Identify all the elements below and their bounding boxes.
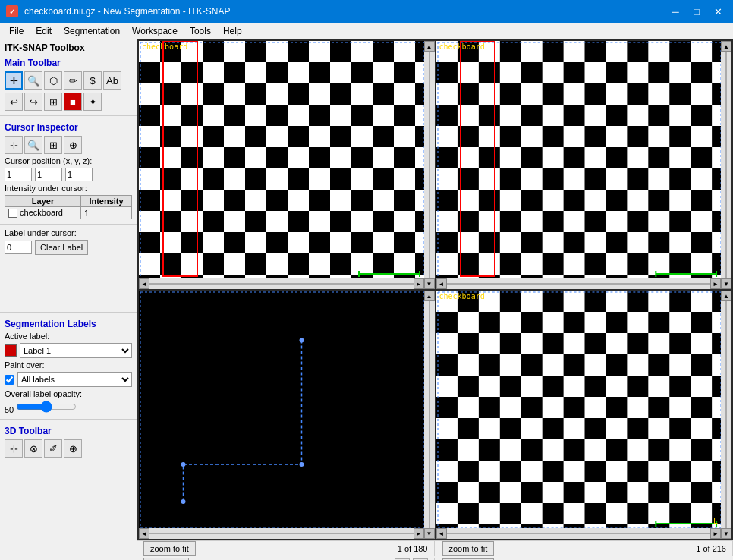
menu-item-edit[interactable]: Edit	[30, 24, 58, 38]
opacity-label: Overall label opacity:	[0, 389, 137, 399]
viewport-top-left[interactable]: checkboard A R L 10 cm	[139, 41, 435, 289]
vp-bl-scroll-up[interactable]	[424, 291, 435, 301]
vp-tr-scroll-down[interactable]	[721, 278, 731, 289]
vp-tl-scroll-up[interactable]	[424, 41, 435, 52]
vp-tl-scroll-h[interactable]	[139, 278, 424, 289]
app-icon: ✓	[6, 5, 18, 17]
inspect-zoom-btn[interactable]: 🔍	[24, 136, 42, 154]
checkerboard-canvas-br	[436, 291, 732, 539]
vp-bl-scroll-track-h[interactable]	[149, 533, 414, 534]
vp-tr-scroll-up[interactable]	[721, 41, 731, 52]
label-under-cursor-input[interactable]	[5, 241, 32, 254]
segmentation-labels-label: Segmentation Labels	[0, 316, 137, 331]
active-label-select[interactable]: Label 1	[20, 343, 132, 358]
3d-tool1-btn[interactable]: ⊹	[5, 439, 23, 458]
vp-br-scroll-track-h[interactable]	[447, 533, 711, 534]
vp-tl-scroll-track-v[interactable]	[429, 52, 430, 278]
vp-tr-scroll-v[interactable]	[721, 41, 731, 289]
vp-tr-scroll-track-h[interactable]	[447, 283, 711, 285]
vp-tl-scroll-track-h[interactable]	[149, 283, 414, 285]
paint-over-checkbox[interactable]	[5, 375, 14, 385]
menu-item-workspace[interactable]: Workspace	[126, 24, 184, 38]
seg-btn[interactable]: ■	[64, 93, 82, 111]
menu-item-tools[interactable]: Tools	[184, 24, 217, 38]
vp-tr-scroll-h[interactable]	[436, 278, 722, 289]
vp-br-scroll-v[interactable]	[721, 291, 731, 539]
separator3	[0, 260, 137, 260]
undo-btn[interactable]: ↩	[5, 93, 23, 111]
viewport-bottom-right[interactable]: checkboard S R L 10 cm	[436, 291, 732, 539]
cursor-x-input[interactable]	[5, 168, 32, 181]
vp-bl-scroll-down[interactable]	[424, 528, 435, 539]
ruler-btn[interactable]: ⊕	[64, 136, 82, 154]
cursor-z-input[interactable]	[65, 168, 93, 181]
grid-btn[interactable]: ⊞	[44, 136, 62, 154]
3d-tool2-btn[interactable]: ⊗	[24, 439, 42, 458]
3d-tool3-btn[interactable]: ✐	[44, 439, 62, 458]
label-under-cursor-row: Clear Label	[0, 238, 137, 256]
redo-btn[interactable]: ↪	[24, 93, 42, 111]
vp-br-scroll-right[interactable]	[710, 528, 721, 539]
3d-tool4-btn[interactable]: ⊕	[64, 439, 82, 458]
cursor-tool-btn[interactable]: ✛	[5, 71, 23, 90]
polygon-tool-btn[interactable]: ⬡	[44, 71, 62, 90]
checkerboard-canvas-tl	[139, 41, 435, 289]
intensity-row: checkboard 1	[5, 207, 132, 219]
vp-tl-scroll-left[interactable]	[139, 278, 149, 289]
intensity-table-body: checkboard 1	[5, 207, 132, 219]
color-btn[interactable]: ✦	[83, 93, 102, 111]
vp-br-scroll-up[interactable]	[721, 291, 731, 301]
zoom-fit-btn-tr[interactable]: zoom to fit	[442, 541, 495, 556]
vp-bl-scroll-track-v[interactable]	[429, 301, 430, 528]
menu-item-file[interactable]: File	[3, 24, 30, 38]
menubar: FileEditSegmentationWorkspaceToolsHelp	[0, 23, 733, 39]
vp-bl-scroll-right[interactable]	[414, 528, 424, 539]
titlebar-left: ✓ checkboard.nii.gz - New Segmentation -…	[6, 5, 230, 17]
opacity-slider[interactable]	[16, 401, 77, 413]
vp-tr-scroll-left[interactable]	[436, 278, 447, 289]
vp-br-scroll-track-v[interactable]	[725, 301, 727, 528]
vp-tr-scroll-track-v[interactable]	[725, 52, 727, 278]
vp-tl-scroll-down[interactable]	[424, 278, 435, 289]
paint-over-select[interactable]: All labels	[17, 372, 132, 387]
cursor-inspector-tools: ⊹ 🔍 ⊞ ⊕	[0, 134, 137, 156]
viewport-bottom-left[interactable]: R L	[139, 291, 435, 539]
vp-bl-scroll-left[interactable]	[139, 528, 149, 539]
minimize-button[interactable]: ─	[666, 4, 684, 19]
cursor-inspector-label: Cursor Inspector	[0, 119, 137, 134]
viewport-area: checkboard A R L 10 cm	[137, 39, 733, 560]
menu-item-help[interactable]: Help	[217, 24, 248, 38]
layer-btn[interactable]: ⊞	[44, 93, 62, 111]
menu-item-segmentation[interactable]: Segmentation	[58, 24, 126, 38]
text-tool-btn[interactable]: Ab	[103, 71, 121, 90]
paint-over-row: All labels	[0, 370, 137, 389]
toolbar-3d-row: ⊹ ⊗ ✐ ⊕	[0, 438, 137, 459]
opacity-row: 50	[0, 399, 137, 416]
vp-tr-scroll-right[interactable]	[710, 278, 721, 289]
vp-bl-scroll-h[interactable]	[139, 528, 424, 539]
maximize-button[interactable]: □	[687, 4, 706, 19]
vp-br-scroll-down[interactable]	[721, 528, 731, 539]
vp-br-scroll-h[interactable]	[436, 528, 722, 539]
close-button[interactable]: ✕	[709, 4, 727, 19]
vp-bar-topleft: zoom to fit 1 of 180	[137, 541, 435, 556]
move-tool-btn[interactable]: ⊹	[5, 136, 23, 154]
vp-tl-scroll-v[interactable]	[424, 41, 435, 289]
vp-br-scroll-left[interactable]	[436, 528, 447, 539]
separator1	[0, 115, 137, 116]
snake-tool-btn[interactable]: $	[83, 71, 102, 90]
main-toolbar-row2: ↩ ↪ ⊞ ■ ✦	[0, 91, 137, 112]
cursor-y-input[interactable]	[35, 168, 62, 181]
clear-label-btn[interactable]: Clear Label	[35, 240, 88, 255]
vp-tl-corner-tl: checkboard	[142, 42, 187, 51]
polygon-canvas-bl	[139, 291, 435, 539]
zoom-tool-btn[interactable]: 🔍	[24, 71, 42, 90]
separator2	[0, 224, 137, 225]
zoom-fit-btn-tl[interactable]: zoom to fit	[143, 541, 196, 556]
vp-tl-scroll-right[interactable]	[414, 278, 424, 289]
cursor-pos-row	[0, 166, 137, 183]
viewport-top-right[interactable]: checkboard S A P 10 cm	[436, 41, 732, 289]
paintbrush-tool-btn[interactable]: ✏	[64, 71, 82, 90]
vp-tr-corner-tl: checkboard	[439, 42, 485, 51]
vp-bl-scroll-v[interactable]	[424, 291, 435, 539]
